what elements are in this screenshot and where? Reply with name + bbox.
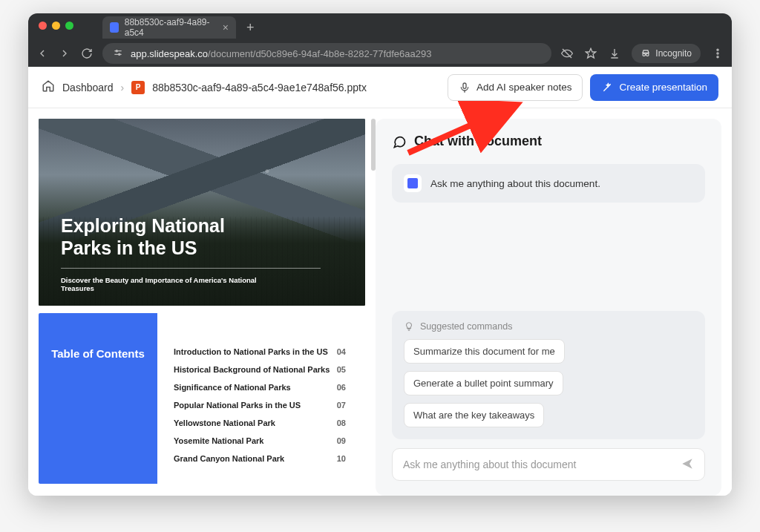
window-maximize-button[interactable] [65,22,73,30]
slide-thumbnail-1[interactable]: Exploring National Parks in the US Disco… [39,119,365,306]
home-icon[interactable] [42,79,55,95]
svg-point-3 [119,53,120,55]
tab-close-icon[interactable]: × [223,22,229,33]
create-presentation-button[interactable]: Create presentation [590,74,718,101]
assistant-text: Ask me anything about this document. [430,178,600,189]
dashboard-link[interactable]: Dashboard [62,82,114,93]
url-text: app.slidespeak.co/document/d50c89e6-94af… [131,48,431,59]
scrollbar-thumb[interactable] [371,119,376,171]
suggestion-chip[interactable]: What are the key takeaways [404,403,544,427]
assistant-avatar [404,174,422,192]
window-minimize-button[interactable] [52,22,60,30]
forward-button[interactable] [58,47,71,60]
assistant-message: Ask me anything about this document. [392,164,705,203]
back-button[interactable] [36,47,49,60]
suggested-commands: Suggested commands Summarize this docume… [392,311,705,439]
slides-panel[interactable]: Exploring National Parks in the US Disco… [39,119,365,496]
toc-list: Introduction to National Parks in the US… [157,313,365,484]
browser-toolbar: app.slidespeak.co/document/d50c89e6-94af… [28,40,732,67]
window-close-button[interactable] [39,22,47,30]
app-page: Dashboard › P 88b8530c-aaf9-4a89-a5c4-9a… [28,67,732,496]
toolbar-right: Incognito [560,44,724,63]
reload-button[interactable] [80,47,94,60]
download-icon[interactable] [608,47,621,60]
toc-row: Grand Canyon National Park10 [174,450,346,467]
svg-point-9 [717,49,718,50]
chat-panel: Chat with document Ask me anything about… [376,119,721,496]
toc-row: Introduction to National Parks in the US… [174,343,346,361]
site-settings-icon[interactable] [113,47,123,60]
incognito-chip[interactable]: Incognito [632,44,701,63]
slide-thumbnail-2[interactable]: Table of Contents Introduction to Nation… [39,313,365,484]
tab-title: 88b8530c-aaf9-4a89-a5c4 [125,17,212,38]
toc-row: Yosemite National Park09 [174,432,346,450]
suggestion-chip[interactable]: Summarize this document for me [404,339,565,364]
tab-favicon [110,22,119,33]
svg-point-10 [717,53,718,54]
kebab-menu-icon[interactable] [711,47,724,60]
lightbulb-icon [404,321,414,332]
suggestion-chip[interactable]: Generate a bullet point summary [404,371,563,395]
svg-point-11 [717,56,718,58]
send-icon[interactable] [681,457,694,473]
bookmark-star-icon[interactable] [584,47,597,60]
toc-row: Significance of National Parks06 [174,378,346,396]
svg-point-8 [646,53,649,56]
toc-heading: Table of Contents [51,347,145,360]
eye-off-icon[interactable] [560,47,574,60]
incognito-label: Incognito [655,48,692,59]
address-bar[interactable]: app.slidespeak.co/document/d50c89e6-94af… [102,43,551,64]
content-area: Exploring National Parks in the US Disco… [28,108,732,496]
app-header: Dashboard › P 88b8530c-aaf9-4a89-a5c4-9a… [28,67,732,108]
slide1-title: Exploring National Parks in the US [61,215,321,259]
create-presentation-label: Create presentation [619,82,707,93]
chat-heading-text: Chat with document [414,134,542,149]
suggested-heading: Suggested commands [404,321,693,332]
toc-row: Popular National Parks in the US07 [174,396,346,414]
add-speaker-notes-label: Add AI speaker notes [476,82,571,93]
svg-marker-5 [586,48,596,58]
chat-heading: Chat with document [392,134,705,149]
svg-rect-12 [463,83,466,88]
svg-point-7 [643,53,646,56]
suggestion-chips: Summarize this document for me Generate … [404,339,693,427]
window-controls [39,22,73,30]
powerpoint-icon: P [131,81,145,94]
new-tab-button[interactable]: + [242,20,259,36]
add-speaker-notes-button[interactable]: Add AI speaker notes [448,74,583,101]
chat-input-placeholder: Ask me anything about this document [403,459,673,470]
magic-icon [601,82,613,93]
svg-point-2 [116,50,117,51]
toc-heading-panel: Table of Contents [39,313,157,484]
browser-tab[interactable]: 88b8530c-aaf9-4a89-a5c4 × [102,16,236,39]
tab-strip: 88b8530c-aaf9-4a89-a5c4 × + [102,16,259,39]
chat-input[interactable]: Ask me anything about this document [392,448,705,481]
toc-row: Historical Background of National Parks0… [174,361,346,378]
browser-chrome: 88b8530c-aaf9-4a89-a5c4 × + app.slidespe… [28,13,732,67]
breadcrumb-chevron-icon: › [121,82,125,93]
file-name: 88b8530c-aaf9-4a89-a5c4-9ae1e748af56.ppt… [152,82,367,93]
chat-icon [392,134,407,149]
suggested-heading-text: Suggested commands [420,321,512,332]
browser-window: 88b8530c-aaf9-4a89-a5c4 × + app.slidespe… [28,13,732,496]
slide1-subtitle: Discover the Beauty and Importance of Am… [61,276,269,292]
toc-row: Yellowstone National Park08 [174,414,346,432]
slide1-text: Exploring National Parks in the US Disco… [61,215,321,292]
mic-icon [459,82,471,93]
